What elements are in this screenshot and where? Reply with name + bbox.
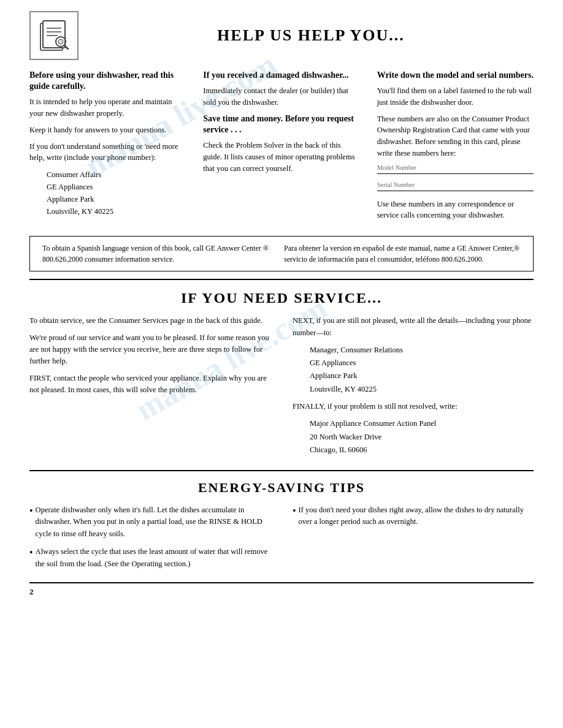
bilingual-box: To obtain a Spanish language version of … <box>29 236 534 271</box>
col1-p2: Keep it handy for answers to your questi… <box>29 124 186 136</box>
col2: If you received a damaged dishwasher... … <box>203 70 359 226</box>
energy-left: • Operate dishwasher only when it's full… <box>29 504 270 576</box>
service-left: To obtain service, see the Consumer Serv… <box>29 315 270 461</box>
col3-p1: You'll find them on a label fastened to … <box>377 85 534 108</box>
svg-point-6 <box>58 39 63 44</box>
col1-p1: It is intended to help you operate and m… <box>29 96 186 119</box>
col3-heading: Write down the model and serial numbers. <box>377 70 534 81</box>
energy-title: ENERGY-SAVING TIPS <box>29 480 534 496</box>
service-title: IF YOU NEED SERVICE... <box>29 290 534 306</box>
serial-label: Serial Number <box>377 181 534 188</box>
col2-p2: Check the Problem Solver in the back of … <box>203 140 359 174</box>
bullet-dot-1: • <box>29 504 33 519</box>
main-title: HELP US HELP YOU... <box>88 26 534 45</box>
service-right-addr2: Major Appliance Consumer Action Panel 20… <box>310 417 534 457</box>
col3-p2: These numbers are also on the Consumer P… <box>377 113 534 159</box>
service-right: NEXT, if you are still not pleased, writ… <box>293 315 534 461</box>
logo-box <box>29 11 79 60</box>
col1-p3: If you don't understand something or 'ne… <box>29 141 186 164</box>
logo-icon <box>36 17 72 54</box>
col3-p3: Use these numbers in any correspondence … <box>377 199 534 222</box>
model-number-line: Model Number <box>377 164 534 174</box>
serial-number-line: Serial Number <box>377 181 534 191</box>
model-label: Model Number <box>377 164 534 171</box>
col2-p1: Immediately contact the dealer (or build… <box>203 85 359 108</box>
energy-bullet-2: • Always select the cycle that uses the … <box>29 546 270 570</box>
col2-heading2: Save time and money. Before you request … <box>203 113 359 135</box>
energy-bullet-3: • If you don't need your dishes right aw… <box>293 504 534 528</box>
bullet-dot-3: • <box>293 504 296 519</box>
col1: Before using your dishwasher, read this … <box>29 70 186 226</box>
col1-address: Consumer Affairs GE Appliances Appliance… <box>47 169 186 218</box>
service-left-p3: FIRST, contact the people who serviced y… <box>29 373 270 396</box>
service-right-p2: FINALLY, if your problem is still not re… <box>293 401 534 412</box>
col3: Write down the model and serial numbers.… <box>377 70 534 226</box>
service-right-p1: NEXT, if you are still not pleased, writ… <box>293 315 534 339</box>
service-left-p2: We're proud of our service and want you … <box>29 332 270 368</box>
service-left-p1: To obtain service, see the Consumer Serv… <box>29 315 270 327</box>
page-number: 2 <box>29 582 534 597</box>
energy-bullet-1: • Operate dishwasher only when it's full… <box>29 504 270 540</box>
bullet-dot-2: • <box>29 545 33 561</box>
bilingual-right: Para obtener la version en español de es… <box>282 243 523 265</box>
energy-right: • If you don't need your dishes right aw… <box>293 504 534 576</box>
service-right-addr1: Manager, Consumer Relations GE Appliance… <box>310 344 534 396</box>
bilingual-left: To obtain a Spanish language version of … <box>40 243 282 265</box>
col2-heading1: If you received a damaged dishwasher... <box>203 70 359 81</box>
col1-heading: Before using your dishwasher, read this … <box>29 70 186 92</box>
